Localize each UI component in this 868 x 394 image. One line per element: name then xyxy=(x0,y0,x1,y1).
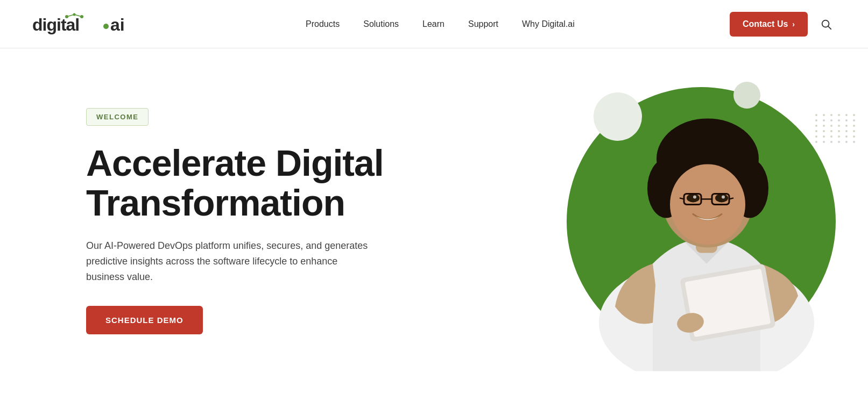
hero-section: WELCOME Accelerate Digital Transformatio… xyxy=(0,48,868,394)
contact-arrow: › xyxy=(792,20,795,28)
deco-circle-2 xyxy=(733,82,760,109)
svg-point-30 xyxy=(693,195,696,198)
nav-right: Contact Us › xyxy=(730,12,836,37)
svg-point-31 xyxy=(722,195,725,198)
svg-text:digital: digital xyxy=(32,15,79,34)
svg-text:ai: ai xyxy=(110,15,125,34)
contact-label: Contact Us xyxy=(743,19,788,29)
svg-point-24 xyxy=(715,194,728,202)
nav-products[interactable]: Products xyxy=(294,0,351,48)
search-icon[interactable] xyxy=(816,15,836,34)
welcome-badge: WELCOME xyxy=(86,108,149,126)
schedule-demo-button[interactable]: SCHEDULE DEMO xyxy=(86,306,203,334)
svg-point-23 xyxy=(687,194,700,202)
svg-point-1 xyxy=(103,24,109,29)
main-nav: Products Solutions Learn Support Why Dig… xyxy=(294,0,587,48)
hero-image-area xyxy=(441,60,868,383)
deco-dots-grid xyxy=(815,114,857,143)
hero-title-line2: Transformation xyxy=(86,182,345,223)
hero-content: WELCOME Accelerate Digital Transformatio… xyxy=(86,108,463,335)
logo-svg: digital ai xyxy=(32,11,151,37)
nav-learn[interactable]: Learn xyxy=(411,0,456,48)
svg-line-9 xyxy=(828,26,831,29)
contact-us-button[interactable]: Contact Us › xyxy=(730,12,808,37)
hero-title-line1: Accelerate Digital xyxy=(86,142,384,183)
nav-solutions[interactable]: Solutions xyxy=(351,0,411,48)
deco-circle-1 xyxy=(594,92,642,141)
hero-title: Accelerate Digital Transformation xyxy=(86,143,463,224)
svg-point-22 xyxy=(670,164,745,245)
logo[interactable]: digital ai xyxy=(32,11,151,37)
nav-why[interactable]: Why Digital.ai xyxy=(510,0,587,48)
site-header: digital ai Products Solutions Learn Supp… xyxy=(0,0,868,48)
hero-description: Our AI-Powered DevOps platform unifies, … xyxy=(86,238,377,284)
nav-support[interactable]: Support xyxy=(456,0,510,48)
